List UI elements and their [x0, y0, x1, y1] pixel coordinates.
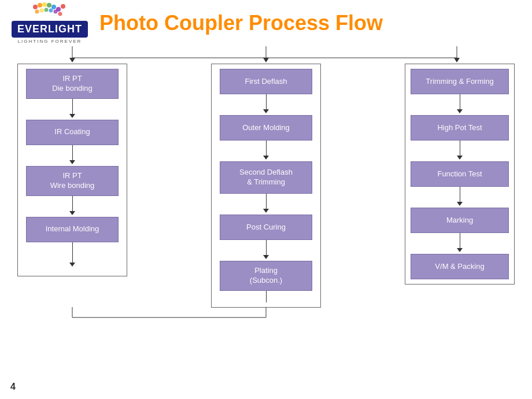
list-item: IR Coating: [26, 120, 119, 145]
svg-point-1: [38, 3, 42, 8]
page-number: 4: [10, 382, 16, 392]
arrow-icon: [263, 94, 269, 115]
svg-marker-18: [263, 58, 269, 62]
column-3: Trimming & Forming High Pot Test Functio…: [405, 64, 515, 285]
header: EVERLIGHT LIGHTING FOREVER Photo Coupler…: [0, 0, 532, 46]
svg-point-2: [42, 2, 47, 7]
page-title: Photo Coupler Process Flow: [99, 11, 383, 35]
svg-point-3: [47, 3, 51, 8]
list-item: Trimming & Forming: [411, 69, 509, 94]
logo-area: EVERLIGHT LIGHTING FOREVER: [12, 2, 88, 44]
column-2: First Deflash Outer Molding Second Defla…: [211, 64, 321, 308]
bottom-connector-svg: [17, 307, 515, 322]
svg-point-6: [61, 4, 65, 9]
arrow-icon: [457, 141, 463, 161]
columns-container: IR PTDie bonding IR Coating IR PTWire bo…: [17, 64, 515, 308]
svg-marker-17: [69, 58, 75, 62]
svg-point-7: [35, 10, 39, 14]
list-item: Outer Molding: [220, 115, 312, 141]
list-item: V/M & Packing: [411, 254, 509, 279]
svg-point-8: [40, 9, 44, 13]
arrow-icon: [69, 242, 75, 271]
arrow-icon: [69, 99, 75, 120]
list-item: First Deflash: [220, 69, 312, 94]
arrow-icon: [263, 240, 269, 261]
list-item: Function Test: [411, 161, 509, 187]
list-item: Marking: [411, 208, 509, 233]
top-connector-svg: [17, 46, 515, 64]
svg-marker-19: [454, 58, 460, 62]
logo-tagline: LIGHTING FOREVER: [18, 39, 82, 44]
arrow-icon: [263, 141, 269, 161]
arrow-icon: [263, 194, 269, 215]
list-item: Plating(Subcon.): [220, 261, 312, 291]
arrow-icon: [457, 94, 463, 115]
svg-point-0: [33, 5, 38, 9]
arrow-icon: [457, 233, 463, 254]
list-item: Second Deflash& Trimming: [220, 161, 312, 194]
list-item: Post Curing: [220, 215, 312, 240]
list-item: Internal Molding: [26, 217, 119, 242]
svg-point-11: [54, 10, 58, 14]
arrow-icon: [457, 187, 463, 208]
svg-point-9: [45, 8, 49, 12]
svg-point-4: [51, 5, 56, 9]
column-1: IR PTDie bonding IR Coating IR PTWire bo…: [17, 64, 127, 276]
list-item: High Pot Test: [411, 115, 509, 141]
arrow-icon: [69, 145, 75, 166]
list-item: IR PTDie bonding: [26, 69, 119, 99]
arrow-icon: [69, 196, 75, 217]
logo-text: EVERLIGHT: [12, 21, 88, 38]
list-item: IR PTWire bonding: [26, 166, 119, 196]
bottom-line: [266, 291, 267, 302]
svg-point-12: [58, 12, 62, 16]
logo-circles-icon: [32, 2, 67, 21]
svg-point-10: [49, 9, 53, 13]
